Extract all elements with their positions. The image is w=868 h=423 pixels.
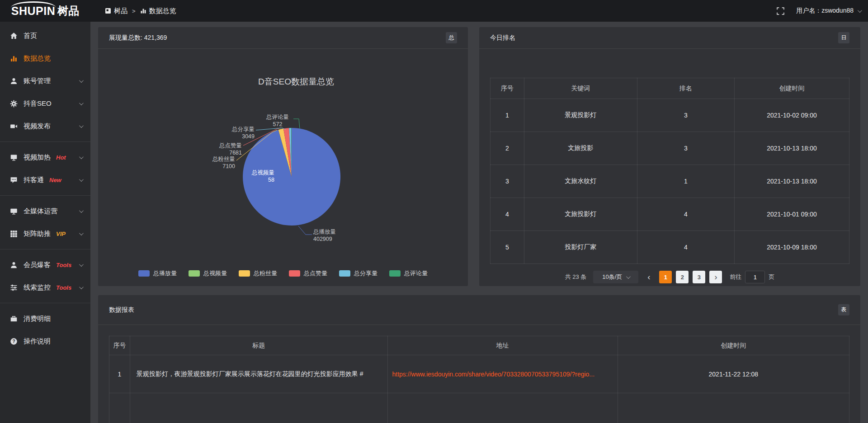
- rank-cell: 2021-10-13 18:00: [734, 132, 849, 165]
- sidebar-item-data-overview[interactable]: 数据总览: [0, 47, 90, 70]
- page-size-select[interactable]: 10条/页: [593, 271, 638, 283]
- sidebar-item-home[interactable]: 首页: [0, 24, 90, 47]
- sidebar-item-label: 数据总览: [24, 54, 51, 63]
- chevron-down-icon: [79, 101, 84, 105]
- legend-item-总播放量[interactable]: 总播放量: [138, 269, 177, 277]
- legend-label: 总评论量: [404, 269, 428, 277]
- goto-page-input[interactable]: [745, 271, 765, 283]
- report-column-header: 标题: [130, 336, 387, 355]
- report-column-header: 地址: [387, 336, 618, 355]
- sidebar-divider: [0, 249, 90, 249]
- sidebar-item-tag: New: [49, 177, 61, 183]
- rank-column-header: 序号: [491, 78, 524, 99]
- breadcrumb-label: 数据总览: [149, 7, 176, 15]
- rank-cell: 4: [491, 198, 524, 231]
- pie-label-value: 572: [259, 121, 296, 128]
- total-badge-button[interactable]: 总: [446, 32, 457, 43]
- table-row: 1景观投影灯32021-10-02 09:00: [491, 99, 849, 132]
- rank-cell: 文旅投影: [524, 132, 637, 165]
- report-table: 序号标题地址创建时间 1景观投影灯，夜游景观投影灯厂家展示展示落花灯在花园里的灯…: [109, 336, 849, 423]
- sidebar-item-video-heat[interactable]: 视频加热Hot: [0, 146, 90, 169]
- sidebar-item-help[interactable]: ?操作说明: [0, 330, 90, 352]
- page-button-3[interactable]: 3: [693, 271, 705, 283]
- video-link[interactable]: https://www.iesdouyin.com/share/video/70…: [392, 371, 595, 378]
- next-page-button[interactable]: ›: [709, 271, 722, 283]
- goto-label: 前往: [730, 273, 741, 281]
- pie-label-总视频量: 总视频量58: [238, 169, 274, 183]
- pie-label-name: 总评论量: [259, 113, 296, 121]
- sidebar-divider: [0, 303, 90, 303]
- chevron-down-icon: [79, 231, 84, 235]
- rank-cell: 2021-10-02 09:00: [734, 99, 849, 132]
- topbar-right: 用户名：zswodun88: [777, 7, 868, 15]
- home-icon: [10, 32, 18, 40]
- chart-title: D音SEO数据量总览: [258, 76, 334, 88]
- legend-item-总粉丝量[interactable]: 总粉丝量: [239, 269, 277, 277]
- table-row: 5投影灯厂家42021-10-09 18:00: [491, 231, 849, 264]
- legend-label: 总点赞量: [304, 269, 327, 277]
- table-row: 3文旅水纹灯12021-10-13 18:00: [491, 165, 849, 198]
- prev-page-button[interactable]: ‹: [642, 271, 655, 283]
- chevron-down-icon: [626, 274, 631, 279]
- wallet-icon: [10, 315, 18, 323]
- sidebar-item-media-ops[interactable]: 全媒体运营: [0, 200, 90, 222]
- rank-cell: 文旅水纹灯: [524, 165, 637, 198]
- report-cell-empty: [130, 393, 387, 423]
- report-cell-no: 1: [109, 355, 130, 393]
- breadcrumb-item-home[interactable]: 树品: [105, 7, 127, 15]
- rank-cell: 5: [491, 231, 524, 264]
- user-menu[interactable]: 用户名：zswodun88: [796, 7, 861, 15]
- table-badge-button[interactable]: 表: [838, 304, 849, 315]
- pagination-total: 共 23 条: [565, 273, 587, 281]
- legend-chip: [239, 270, 250, 277]
- sidebar-item-video-publish[interactable]: 视频发布: [0, 115, 90, 137]
- sidebar-item-douyin-seo[interactable]: 抖音SEO: [0, 92, 90, 115]
- page-size-value: 10条/页: [602, 273, 622, 281]
- sidebar-divider: [0, 141, 90, 142]
- fullscreen-icon[interactable]: [777, 7, 784, 15]
- chart-icon: [10, 55, 18, 62]
- sidebar-item-consume-detail[interactable]: 消费明细: [0, 307, 90, 330]
- panel-icon: [105, 8, 111, 14]
- page-button-1[interactable]: 1: [659, 271, 672, 283]
- rank-cell: 4: [637, 231, 734, 264]
- chevron-down-icon: [79, 177, 84, 182]
- sidebar-item-clue-monitor[interactable]: 线索监控Tools: [0, 276, 90, 299]
- sidebar-divider: [0, 195, 90, 196]
- legend-item-总视频量[interactable]: 总视频量: [189, 269, 227, 277]
- rank-column-header: 排名: [637, 78, 734, 99]
- table-row: 2文旅投影32021-10-13 18:00: [491, 132, 849, 165]
- page-button-2[interactable]: 2: [676, 271, 689, 283]
- sidebar-item-label: 首页: [24, 32, 37, 40]
- logo-arc: [11, 1, 56, 8]
- chat-icon: [10, 176, 18, 184]
- legend-chip: [138, 270, 150, 277]
- legend-chip: [389, 270, 401, 277]
- rank-cell: 2021-10-09 18:00: [734, 231, 849, 264]
- breadcrumb-label: 树品: [114, 7, 127, 15]
- breadcrumb-separator: >: [132, 8, 136, 14]
- sidebar-item-account[interactable]: 账号管理: [0, 70, 90, 92]
- app-logo: SHUPIN 树品: [0, 0, 90, 22]
- sidebar-item-label: 抖音SEO: [24, 99, 52, 108]
- sidebar-item-matrix-boost[interactable]: 矩阵助推VIP: [0, 222, 90, 245]
- today-rank-panel: 今日排名 日 序号关键词排名创建时间 1景观投影灯32021-10-02 09:…: [479, 27, 860, 286]
- sidebar-item-member-burst[interactable]: 会员爆客Tools: [0, 254, 90, 276]
- legend-item-总评论量[interactable]: 总评论量: [389, 269, 428, 277]
- legend-item-总点赞量[interactable]: 总点赞量: [289, 269, 327, 277]
- chevron-down-icon: [858, 8, 862, 13]
- pie-label-总粉丝量: 总粉丝量7100: [199, 155, 235, 170]
- chart-legend: 总播放量总视频量总粉丝量总点赞量总分享量总评论量: [98, 269, 468, 277]
- legend-chip: [189, 270, 200, 277]
- rank-cell: 2021-10-13 18:00: [734, 165, 849, 198]
- table-row: 4文旅投影灯42021-10-01 09:00: [491, 198, 849, 231]
- breadcrumb-item-current[interactable]: 数据总览: [140, 7, 176, 15]
- legend-label: 总视频量: [203, 269, 227, 277]
- report-panel-title: 数据报表: [109, 306, 134, 314]
- chevron-down-icon: [79, 155, 84, 159]
- pie-label-value: 58: [238, 176, 274, 183]
- sidebar-item-doketong[interactable]: 抖客通New: [0, 169, 90, 191]
- legend-item-总分享量[interactable]: 总分享量: [339, 269, 377, 277]
- day-badge-button[interactable]: 日: [838, 32, 849, 43]
- table-row: 1景观投影灯，夜游景观投影灯厂家展示展示落花灯在花园里的灯光投影应用效果 #ht…: [109, 355, 849, 393]
